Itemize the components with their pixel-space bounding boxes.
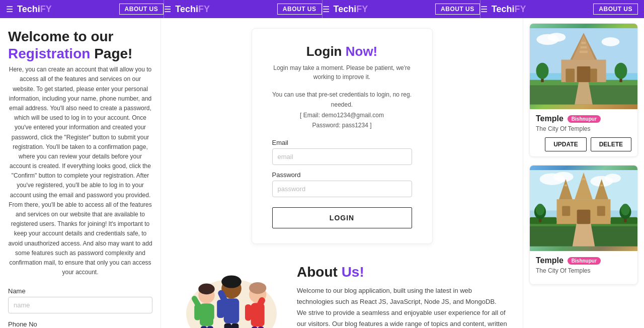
svg-rect-12 bbox=[224, 323, 231, 328]
login-subtitle: Login may take a moment. Please be patie… bbox=[272, 63, 412, 81]
delete-button-1[interactable]: DELETE bbox=[591, 137, 631, 151]
svg-point-29 bbox=[602, 37, 620, 46]
svg-rect-43 bbox=[582, 42, 586, 44]
svg-point-51 bbox=[605, 174, 621, 183]
about-description: Welcome to our blog application, built u… bbox=[297, 285, 508, 328]
login-button[interactable]: LOGIN bbox=[272, 207, 412, 228]
temple-svg-1 bbox=[530, 24, 637, 109]
login-password-label: Password bbox=[272, 171, 412, 179]
svg-point-22 bbox=[198, 283, 214, 294]
main-content: Welcome to our Registration Page! Here, … bbox=[0, 18, 644, 328]
welcome-line1: Welcome to our bbox=[8, 29, 114, 44]
phone-label: Phone No bbox=[8, 320, 152, 328]
login-email-group: Email bbox=[272, 139, 412, 165]
svg-rect-63 bbox=[600, 185, 603, 187]
temple-info-2: Temple Bishnupur The City Of Temples bbox=[530, 251, 637, 284]
center-panel: Login Now! Login may take a moment. Plea… bbox=[161, 18, 523, 328]
svg-rect-36 bbox=[566, 68, 575, 82]
login-now-text: Now! bbox=[346, 44, 378, 59]
hamburger-icon-1[interactable]: ☰ bbox=[6, 5, 13, 14]
temple-subtitle-1: The City Of Temples bbox=[536, 125, 631, 132]
svg-rect-13 bbox=[231, 323, 238, 328]
svg-rect-54 bbox=[530, 217, 557, 224]
people-svg bbox=[176, 259, 287, 328]
svg-rect-44 bbox=[581, 46, 587, 48]
nav-section-2: ☰ TechiFY ABOUT US bbox=[164, 0, 321, 18]
svg-rect-17 bbox=[245, 304, 252, 320]
svg-point-40 bbox=[536, 63, 548, 79]
login-title: Login Now! bbox=[272, 44, 412, 59]
registration-panel: Welcome to our Registration Page! Here, … bbox=[0, 18, 161, 328]
svg-rect-4 bbox=[208, 304, 214, 320]
about-heading: About Us! bbox=[297, 264, 508, 280]
hamburger-icon-2[interactable]: ☰ bbox=[164, 5, 171, 14]
nav-logo-4: TechiFY bbox=[492, 4, 526, 15]
svg-rect-38 bbox=[577, 66, 591, 82]
nav-logo-2: TechiFY bbox=[175, 4, 210, 15]
nav-logo-3: TechiFY bbox=[334, 4, 368, 15]
login-password-group: Password bbox=[272, 171, 412, 197]
hamburger-icon-3[interactable]: ☰ bbox=[323, 5, 330, 14]
nav-section-4: ☰ TechiFY ABOUT US bbox=[480, 0, 638, 18]
svg-rect-61 bbox=[565, 185, 567, 187]
about-button-3[interactable]: ABOUT US bbox=[435, 4, 480, 15]
nav-section-3: ☰ TechiFY ABOUT US bbox=[323, 0, 480, 18]
svg-point-28 bbox=[548, 33, 566, 42]
svg-point-42 bbox=[615, 63, 627, 79]
about-button-2[interactable]: ABOUT US bbox=[277, 4, 322, 15]
about-button-1[interactable]: ABOUT US bbox=[119, 4, 164, 15]
people-illustration bbox=[176, 259, 287, 328]
about-button-4[interactable]: ABOUT US bbox=[593, 4, 638, 15]
login-password-input[interactable] bbox=[272, 181, 412, 197]
bishnupur-badge-1: Bishnupur bbox=[568, 115, 601, 123]
phone-field-group: Phone No bbox=[8, 320, 152, 328]
welcome-description: Here, you can create an account that wil… bbox=[8, 65, 152, 277]
update-button-1[interactable]: UPDATE bbox=[545, 137, 586, 151]
svg-rect-11 bbox=[229, 300, 236, 318]
svg-rect-66 bbox=[597, 206, 605, 216]
navbar: ☰ TechiFY ABOUT US ☰ TechiFY ABOUT US ☰ … bbox=[0, 0, 644, 18]
nav-section-1: ☰ TechiFY ABOUT US bbox=[6, 0, 164, 18]
name-field-group: Name bbox=[8, 287, 152, 313]
temple-card-2: Temple Bishnupur The City Of Temples bbox=[529, 165, 638, 285]
temple-svg-2 bbox=[530, 166, 637, 251]
login-email-label: Email bbox=[272, 139, 412, 146]
hamburger-icon-4[interactable]: ☰ bbox=[480, 5, 488, 14]
nav-logo-1: TechiFY bbox=[17, 4, 52, 15]
name-input[interactable] bbox=[8, 297, 152, 313]
temple-actions-1: UPDATE DELETE bbox=[536, 137, 631, 151]
credentials-line1: You can use that pre-set credentials to … bbox=[272, 90, 412, 110]
temple-name-2: Temple bbox=[536, 256, 564, 265]
svg-rect-65 bbox=[562, 206, 570, 216]
svg-point-69 bbox=[536, 204, 545, 215]
about-text-block: About Us! Welcome to our blog applicatio… bbox=[297, 259, 508, 328]
temple-image-1 bbox=[530, 24, 637, 109]
login-credentials: You can use that pre-set credentials to … bbox=[272, 90, 412, 131]
svg-rect-64 bbox=[577, 210, 591, 224]
welcome-line2: Registration bbox=[8, 46, 90, 61]
name-label: Name bbox=[8, 287, 152, 295]
svg-point-24 bbox=[249, 282, 266, 293]
credentials-line2: [ Email: demo1234@gmail.com bbox=[272, 110, 412, 120]
svg-point-23 bbox=[221, 275, 242, 288]
svg-point-72 bbox=[621, 204, 630, 215]
welcome-title: Welcome to our Registration Page! bbox=[8, 28, 152, 62]
temple-name-row-1: Temple Bishnupur bbox=[536, 114, 631, 123]
bishnupur-badge-2: Bishnupur bbox=[568, 257, 601, 265]
temple-name-row-2: Temple Bishnupur bbox=[536, 256, 631, 265]
svg-rect-62 bbox=[582, 178, 586, 180]
login-title-text: Login bbox=[306, 44, 346, 59]
svg-rect-45 bbox=[580, 51, 588, 53]
login-email-input[interactable] bbox=[272, 148, 412, 165]
login-card: Login Now! Login may take a moment. Plea… bbox=[252, 28, 433, 244]
temple-image-2 bbox=[530, 166, 637, 251]
temple-info-1: Temple Bishnupur The City Of Temples UPD… bbox=[530, 109, 637, 156]
right-panel: Temple Bishnupur The City Of Temples UPD… bbox=[523, 18, 644, 328]
temple-name-1: Temple bbox=[536, 114, 564, 123]
about-section: About Us! Welcome to our blog applicatio… bbox=[176, 259, 508, 328]
welcome-line3: Page! bbox=[94, 46, 132, 61]
temple-card-1: Temple Bishnupur The City Of Temples UPD… bbox=[529, 23, 638, 157]
about-heading-text: About bbox=[297, 264, 342, 280]
about-us-text: Us! bbox=[342, 264, 364, 280]
svg-point-49 bbox=[553, 172, 573, 182]
